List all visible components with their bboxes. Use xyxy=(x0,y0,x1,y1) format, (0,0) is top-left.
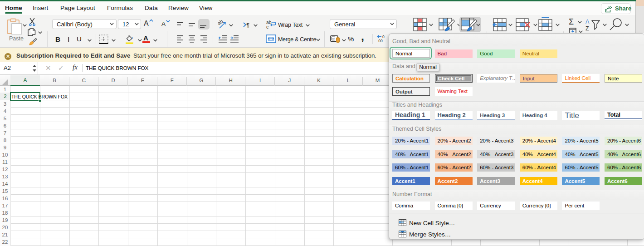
svg-text:co: co xyxy=(332,37,335,40)
svg-text:¶: ¶ xyxy=(246,22,249,28)
svg-text:c: c xyxy=(266,24,268,29)
svg-text:.00: .00 xyxy=(377,39,383,43)
svg-text:ab: ab xyxy=(218,20,224,26)
